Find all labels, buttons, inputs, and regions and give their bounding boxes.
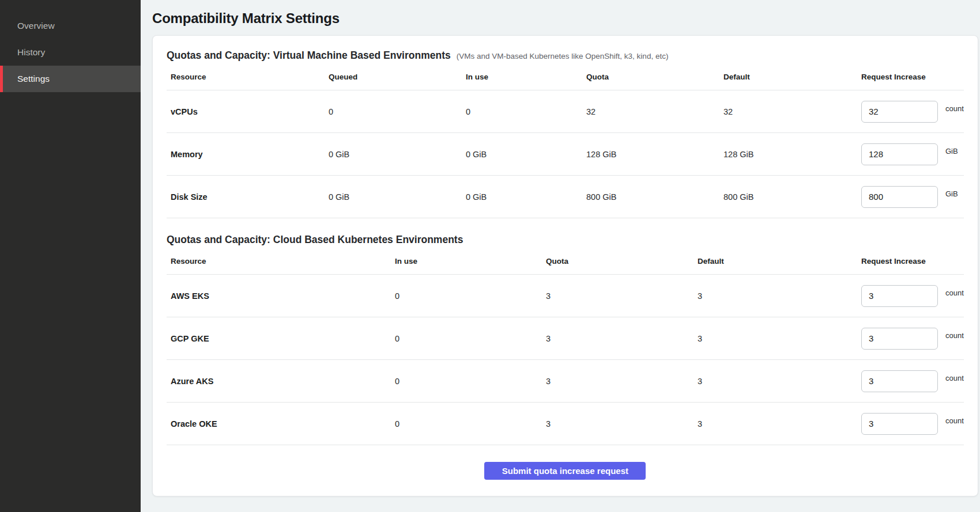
vm-section-title: Quotas and Capacity: Virtual Machine Bas… [167, 50, 451, 62]
request-increase-input[interactable] [861, 370, 938, 392]
column-header-in-use: In use [466, 73, 586, 81]
resource-name: Memory [171, 150, 329, 159]
quota-value: 3 [546, 291, 698, 301]
in-use-value: 0 GiB [466, 192, 586, 202]
quota-value: 32 [586, 107, 723, 116]
unit-label: count [945, 289, 964, 297]
table-row-disk-size: Disk Size 0 GiB 0 GiB 800 GiB 800 GiB Gi… [167, 176, 964, 218]
request-increase-cell: count [861, 328, 964, 350]
sidebar: Overview History Settings [0, 0, 141, 512]
column-header-quota: Quota [546, 257, 698, 266]
table-row-azure-aks: Azure AKS 0 3 3 count [167, 360, 964, 403]
sidebar-item-overview[interactable]: Overview [0, 13, 141, 39]
request-increase-cell: GiB [861, 186, 964, 208]
request-increase-input[interactable] [861, 186, 938, 208]
vm-table-header: Resource Queued In use Quota Default Req… [167, 64, 964, 90]
resource-name: vCPUs [171, 107, 329, 116]
sidebar-item-label: Overview [17, 21, 55, 31]
quota-settings-card: Quotas and Capacity: Virtual Machine Bas… [152, 35, 978, 496]
default-value: 3 [698, 334, 861, 343]
in-use-value: 0 [395, 334, 546, 343]
unit-label: count [945, 104, 964, 113]
table-row-oracle-oke: Oracle OKE 0 3 3 count [167, 403, 964, 445]
request-increase-input[interactable] [861, 413, 938, 435]
main-content: Compatibility Matrix Settings Quotas and… [141, 0, 980, 512]
default-value: 3 [698, 419, 861, 428]
sidebar-item-settings[interactable]: Settings [0, 66, 141, 92]
request-increase-cell: GiB [861, 143, 964, 165]
default-value: 32 [723, 107, 861, 116]
submit-button-row: Submit quota increase request [167, 445, 964, 480]
in-use-value: 0 [395, 419, 546, 428]
request-increase-cell: count [861, 101, 964, 123]
column-header-resource: Resource [171, 73, 329, 81]
column-header-request-increase: Request Increase [861, 73, 964, 81]
request-increase-input[interactable] [861, 101, 938, 123]
resource-name: GCP GKE [171, 334, 395, 343]
column-header-default: Default [698, 257, 861, 266]
queued-value: 0 [329, 107, 466, 116]
column-header-queued: Queued [329, 73, 466, 81]
queued-value: 0 GiB [329, 192, 466, 202]
vm-section-subtitle: (VMs and VM-based Kubernetes like OpenSh… [457, 52, 669, 60]
table-row-memory: Memory 0 GiB 0 GiB 128 GiB 128 GiB GiB [167, 133, 964, 176]
request-increase-cell: count [861, 285, 964, 307]
quota-value: 128 GiB [586, 150, 723, 159]
cloud-section-heading: Quotas and Capacity: Cloud Based Kuberne… [167, 234, 964, 246]
resource-name: AWS EKS [171, 291, 395, 301]
sidebar-item-label: Settings [17, 74, 50, 84]
table-row-gcp-gke: GCP GKE 0 3 3 count [167, 317, 964, 360]
in-use-value: 0 GiB [466, 150, 586, 159]
cloud-table-header: Resource In use Quota Default Request In… [167, 248, 964, 275]
column-header-default: Default [723, 73, 861, 81]
submit-quota-increase-button[interactable]: Submit quota increase request [484, 462, 646, 480]
default-value: 3 [698, 377, 861, 386]
resource-name: Disk Size [171, 192, 329, 202]
page-title: Compatibility Matrix Settings [152, 10, 978, 26]
column-header-resource: Resource [171, 257, 395, 266]
in-use-value: 0 [466, 107, 586, 116]
request-increase-input[interactable] [861, 328, 938, 350]
default-value: 3 [698, 291, 861, 301]
request-increase-cell: count [861, 370, 964, 392]
unit-label: GiB [945, 147, 958, 156]
in-use-value: 0 [395, 377, 546, 386]
request-increase-cell: count [861, 413, 964, 435]
quota-value: 3 [546, 419, 698, 428]
resource-name: Azure AKS [171, 377, 395, 386]
unit-label: count [945, 331, 964, 340]
unit-label: GiB [945, 189, 958, 198]
request-increase-input[interactable] [861, 143, 938, 165]
quota-value: 3 [546, 334, 698, 343]
column-header-quota: Quota [586, 73, 723, 81]
resource-name: Oracle OKE [171, 419, 395, 428]
unit-label: count [945, 374, 964, 382]
quota-value: 3 [546, 377, 698, 386]
request-increase-input[interactable] [861, 285, 938, 307]
column-header-request-increase: Request Increase [861, 257, 964, 266]
sidebar-item-label: History [17, 47, 45, 58]
in-use-value: 0 [395, 291, 546, 301]
default-value: 128 GiB [723, 150, 861, 159]
default-value: 800 GiB [723, 192, 861, 202]
cloud-section-title: Quotas and Capacity: Cloud Based Kuberne… [167, 234, 463, 246]
quota-value: 800 GiB [586, 192, 723, 202]
column-header-in-use: In use [395, 257, 546, 266]
table-row-aws-eks: AWS EKS 0 3 3 count [167, 275, 964, 317]
table-row-vcpus: vCPUs 0 0 32 32 count [167, 90, 964, 133]
sidebar-item-history[interactable]: History [0, 39, 141, 66]
queued-value: 0 GiB [329, 150, 466, 159]
vm-section-heading: Quotas and Capacity: Virtual Machine Bas… [167, 50, 964, 62]
unit-label: count [945, 416, 964, 425]
